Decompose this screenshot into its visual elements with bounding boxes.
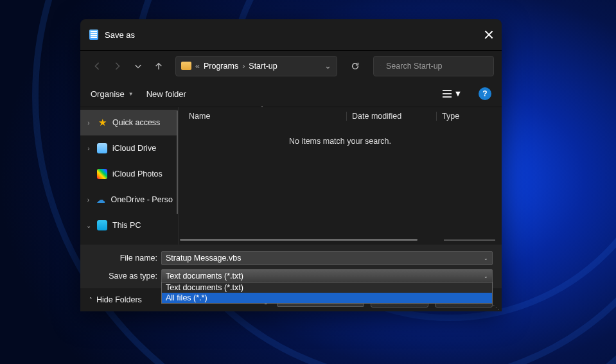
back-button[interactable]	[88, 57, 106, 75]
sidebar: › ★ Quick access › iCloud Drive iCloud P…	[80, 107, 179, 245]
column-headers: ˄ Name Date modified Type	[179, 107, 502, 125]
sidebar-item-label: Quick access	[112, 118, 160, 127]
organise-button[interactable]: Organise▼	[91, 89, 134, 99]
sidebar-item-this-pc[interactable]: ⌄ This PC	[80, 212, 178, 238]
notepad-icon	[89, 30, 98, 40]
expander-icon[interactable]: ⌄	[85, 222, 92, 229]
recent-dropdown[interactable]	[129, 57, 147, 75]
this-pc-icon	[97, 220, 107, 230]
horizontal-scrollbar[interactable]	[180, 239, 418, 241]
horizontal-scrollbar[interactable]	[444, 239, 495, 241]
svg-point-0	[380, 65, 381, 66]
sidebar-item-onedrive[interactable]: › ☁ OneDrive - Perso	[80, 187, 178, 212]
new-folder-button[interactable]: New folder	[146, 89, 186, 99]
filename-label: File name:	[89, 254, 157, 263]
chevron-down-icon[interactable]: ⌄	[484, 256, 488, 261]
titlebar: Save as	[80, 19, 502, 50]
saveastype-option-all[interactable]: All files (*.*)	[162, 293, 492, 303]
sidebar-item-quick-access[interactable]: › ★ Quick access	[80, 110, 178, 135]
saveastype-label: Save as type:	[89, 272, 157, 281]
column-header-name[interactable]: Name	[189, 112, 346, 121]
form-area: File name: Stratup Message.vbs ⌄ Save as…	[80, 245, 502, 288]
file-list: No items match your search.	[179, 125, 502, 245]
chevron-up-icon: ˄	[89, 297, 92, 303]
forward-button[interactable]	[109, 57, 127, 75]
view-button[interactable]: ▼	[443, 89, 462, 98]
sidebar-item-label: OneDrive - Perso	[110, 195, 173, 204]
sidebar-item-icloud-drive[interactable]: › iCloud Drive	[80, 135, 178, 161]
expander-icon[interactable]: ›	[85, 145, 92, 152]
resize-grip[interactable]	[493, 304, 499, 310]
dialog-title: Save as	[105, 30, 484, 40]
saveastype-dropdown: Text documents (*.txt) All files (*.*)	[161, 282, 493, 304]
chevron-down-icon: ▼	[128, 91, 134, 97]
breadcrumb-prefix: «	[195, 62, 200, 71]
saveastype-option-txt[interactable]: Text documents (*.txt)	[162, 282, 492, 293]
sidebar-item-label: iCloud Drive	[112, 144, 156, 153]
up-button[interactable]	[150, 57, 168, 75]
file-list-area: ˄ Name Date modified Type No items match…	[179, 107, 502, 245]
onedrive-icon: ☁	[96, 195, 105, 205]
chevron-down-icon: ▼	[454, 89, 462, 98]
sidebar-item-label: This PC	[112, 221, 141, 230]
search-box[interactable]	[373, 56, 494, 76]
expander-icon[interactable]: ›	[85, 196, 91, 204]
nav-row: « Programs › Start-up ⌄	[80, 50, 502, 81]
address-bar[interactable]: « Programs › Start-up ⌄	[175, 56, 337, 76]
list-view-icon	[443, 90, 452, 98]
search-icon	[380, 62, 381, 70]
photos-icon	[97, 169, 107, 179]
breadcrumb-programs[interactable]: Programs	[204, 62, 238, 71]
sidebar-item-label: iCloud Photos	[112, 169, 163, 178]
sort-indicator-icon: ˄	[261, 105, 263, 111]
empty-message: No items match your search.	[179, 125, 502, 146]
breadcrumb-startup[interactable]: Start-up	[249, 62, 277, 71]
close-icon[interactable]	[484, 30, 493, 39]
chevron-down-icon[interactable]: ⌄	[324, 61, 331, 71]
expander-icon[interactable]: ›	[85, 119, 92, 126]
help-button[interactable]: ?	[479, 87, 491, 100]
save-as-dialog: Save as « Programs › Start-up ⌄ Organise…	[80, 19, 502, 311]
folder-icon	[181, 62, 191, 70]
main-area: › ★ Quick access › iCloud Drive iCloud P…	[80, 107, 502, 245]
filename-input[interactable]: Stratup Message.vbs ⌄	[161, 251, 493, 265]
refresh-button[interactable]	[345, 56, 365, 76]
sidebar-item-icloud-photos[interactable]: iCloud Photos	[80, 161, 178, 187]
command-row: Organise▼ New folder ▼ ?	[80, 81, 502, 107]
star-icon: ★	[97, 117, 107, 128]
hide-folders-button[interactable]: ˄ Hide Folders	[89, 295, 142, 304]
column-header-type[interactable]: Type	[436, 112, 459, 121]
column-header-date[interactable]: Date modified	[346, 112, 436, 121]
saveastype-combo[interactable]: Text documents (*.txt) ⌄	[161, 269, 493, 283]
chevron-down-icon: ⌄	[484, 273, 488, 279]
search-input[interactable]	[386, 62, 487, 71]
icloud-icon	[97, 143, 107, 153]
chevron-right-icon: ›	[242, 62, 245, 71]
